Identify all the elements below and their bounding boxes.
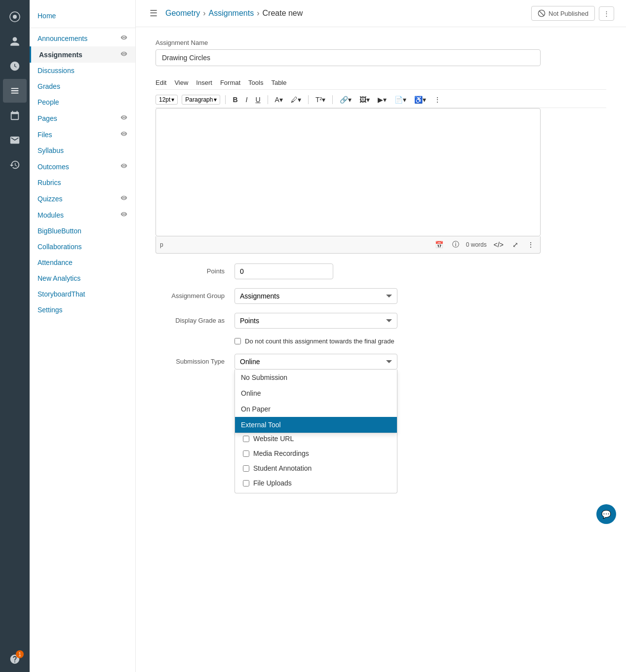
not-published-button[interactable]: Not Published	[531, 6, 595, 21]
editor-calendar-icon[interactable]: 📅	[433, 240, 445, 250]
nav-item-attendance[interactable]: Attendance	[30, 255, 135, 270]
editor-menu-format[interactable]: Format	[220, 79, 240, 86]
final-grade-checkbox[interactable]	[235, 338, 241, 344]
points-input[interactable]	[235, 263, 333, 279]
breadcrumb-current: Create new	[263, 9, 303, 18]
sidebar-icon-logo[interactable]	[3, 5, 27, 29]
nav-item-assignments[interactable]: Assignments	[30, 46, 135, 63]
link-button[interactable]: 🔗▾	[338, 95, 353, 105]
nav-item-people[interactable]: People	[30, 94, 135, 110]
highlight-button[interactable]: 🖊▾	[289, 95, 303, 105]
editor-tag: p	[160, 241, 163, 248]
file-uploads-label: File Uploads	[253, 479, 292, 487]
italic-button[interactable]: I	[244, 95, 250, 105]
underline-button[interactable]: U	[253, 95, 262, 105]
dropdown-item-no-submission[interactable]: No Submission	[235, 370, 397, 385]
assignment-group-group: Assignment Group Assignments	[156, 288, 541, 304]
accessibility-button[interactable]: ♿▾	[412, 95, 428, 105]
nav-item-grades[interactable]: Grades	[30, 78, 135, 94]
nav-item-new-analytics[interactable]: New Analytics	[30, 270, 135, 286]
nav-item-storyboardthat[interactable]: StoryboardThat	[30, 286, 135, 302]
editor-menu-table[interactable]: Table	[271, 79, 286, 86]
breadcrumb-course[interactable]: Geometry	[165, 9, 200, 18]
bold-button[interactable]: B	[231, 95, 239, 105]
breadcrumb-section[interactable]: Assignments	[209, 9, 254, 18]
dropdown-item-external-tool[interactable]: External Tool	[235, 417, 397, 433]
sidebar-icon-inbox[interactable]	[3, 128, 27, 152]
sidebar-icon-clock[interactable]	[3, 54, 27, 78]
media-recordings-checkbox[interactable]	[243, 450, 249, 457]
sidebar-icon-help[interactable]: 1	[3, 647, 27, 671]
paragraph-dropdown[interactable]: Paragraph ▾	[182, 95, 220, 105]
editor-menu-view[interactable]: View	[174, 79, 188, 86]
image-button[interactable]: 🖼▾	[357, 95, 372, 105]
nav-item-syllabus[interactable]: Syllabus	[30, 143, 135, 158]
editor-a11y-icon[interactable]: ⓘ	[450, 239, 461, 250]
superscript-button[interactable]: T²▾	[313, 95, 327, 105]
nav-item-announcements[interactable]: Announcements	[30, 30, 135, 46]
dropdown-item-online[interactable]: Online	[235, 385, 397, 401]
website-url-label: Website URL	[253, 435, 294, 443]
editor-body[interactable]	[156, 108, 541, 236]
nav-item-quizzes[interactable]: Quizzes	[30, 190, 135, 207]
nav-home[interactable]: Home	[30, 8, 135, 24]
assignment-name-label: Assignment Name	[156, 39, 606, 46]
media-button[interactable]: ▶▾	[376, 95, 389, 105]
font-color-button[interactable]: A▾	[273, 95, 285, 105]
submission-type-label: Submission Type	[156, 354, 235, 365]
nav-item-collaborations[interactable]: Collaborations	[30, 239, 135, 255]
nav-item-label-new-analytics: New Analytics	[38, 274, 80, 282]
nav-item-bigbluebutton[interactable]: BigBlueButton	[30, 223, 135, 239]
editor-footer-right: 📅 ⓘ 0 words </> ⤢ ⋮	[433, 239, 536, 250]
points-control	[235, 263, 541, 279]
dropdown-item-on-paper[interactable]: On Paper	[235, 401, 397, 417]
nav-item-files[interactable]: Files	[30, 126, 135, 143]
nav-item-label-modules: Modules	[38, 211, 64, 219]
editor-menu-tools[interactable]: Tools	[248, 79, 263, 86]
font-size-dropdown[interactable]: 12pt ▾	[156, 95, 178, 105]
sidebar-icon-history[interactable]	[3, 153, 27, 177]
file-uploads-checkbox[interactable]	[243, 480, 249, 486]
sidebar-icon-account[interactable]	[3, 30, 27, 53]
submission-checkboxes: Website URL Media Recordings Student Ann…	[235, 429, 397, 493]
editor-format-toolbar: 12pt ▾ Paragraph ▾ B I U A▾ 🖊▾ T²▾ 🔗▾ 🖼▾	[156, 92, 606, 108]
editor-html-icon[interactable]: </>	[492, 240, 506, 250]
display-grade-select[interactable]: Points Percentage Letter Grade GPA Scale…	[235, 313, 397, 329]
student-annotation-checkbox[interactable]	[243, 465, 249, 472]
sidebar-icon-calendar[interactable]	[3, 104, 27, 127]
editor-dots-icon[interactable]: ⋮	[525, 240, 536, 250]
top-bar: ☰ Geometry › Assignments › Create new No…	[136, 0, 626, 27]
nav-item-pages[interactable]: Pages	[30, 110, 135, 126]
hamburger-button[interactable]: ☰	[148, 6, 159, 21]
nav-item-modules[interactable]: Modules	[30, 207, 135, 223]
breadcrumb: Geometry › Assignments › Create new	[165, 9, 303, 18]
editor-menu-insert[interactable]: Insert	[196, 79, 212, 86]
editor-footer: p 📅 ⓘ 0 words </> ⤢ ⋮	[156, 236, 541, 254]
nav-eye-icon-assignments	[120, 50, 127, 59]
nav-eye-icon-outcomes	[120, 162, 127, 171]
media-recordings-row: Media Recordings	[243, 449, 389, 457]
nav-item-outcomes[interactable]: Outcomes	[30, 158, 135, 175]
nav-item-label-bigbluebutton: BigBlueButton	[38, 227, 81, 235]
document-button[interactable]: 📄▾	[392, 95, 408, 105]
nav-item-label-files: Files	[38, 131, 52, 139]
assignment-group-select[interactable]: Assignments	[235, 288, 397, 304]
kebab-button[interactable]: ⋮	[599, 6, 614, 21]
editor-menu-edit[interactable]: Edit	[156, 79, 166, 86]
nav-item-label-outcomes: Outcomes	[38, 163, 69, 171]
sidebar-icons: 1	[0, 0, 30, 672]
nav-item-label-storyboardthat: StoryboardThat	[38, 290, 85, 298]
assignment-name-input[interactable]	[156, 49, 541, 66]
sidebar-icon-courses[interactable]	[3, 79, 27, 103]
student-annotation-row: Student Annotation	[243, 464, 389, 472]
nav-item-discussions[interactable]: Discussions	[30, 63, 135, 78]
editor-expand-icon[interactable]: ⤢	[510, 240, 520, 250]
website-url-checkbox[interactable]	[243, 436, 249, 442]
nav-item-settings[interactable]: Settings	[30, 302, 135, 318]
nav-item-rubrics[interactable]: Rubrics	[30, 175, 135, 190]
more-button[interactable]: ⋮	[432, 95, 443, 105]
submission-type-select[interactable]: Online No Submission On Paper External T…	[235, 354, 397, 370]
display-grade-group: Display Grade as Points Percentage Lette…	[156, 313, 541, 329]
chat-button[interactable]: 💬	[596, 504, 616, 524]
nav-eye-icon-pages	[120, 114, 127, 122]
